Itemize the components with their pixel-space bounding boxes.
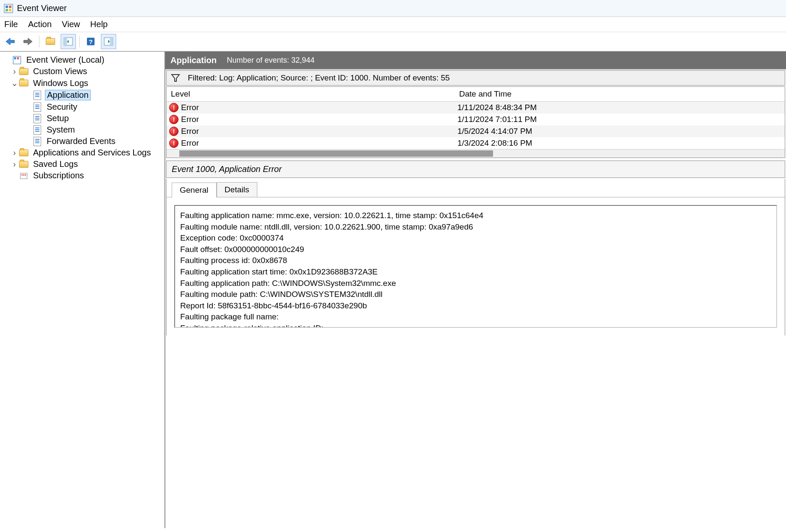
error-icon: ! [169, 139, 178, 148]
log-icon [32, 137, 42, 146]
detail-line: Faulting package full name: [180, 311, 771, 323]
tree-label: Windows Logs [31, 78, 90, 88]
log-icon [32, 103, 42, 111]
svg-rect-17 [17, 57, 19, 59]
menu-help[interactable]: Help [90, 19, 108, 29]
svg-rect-2 [9, 6, 11, 8]
tree-setup[interactable]: Setup [2, 113, 163, 124]
up-folder-button[interactable] [43, 34, 58, 49]
menu-view[interactable]: View [62, 19, 80, 29]
event-row[interactable]: !Error 1/3/2024 2:08:16 PM [167, 137, 785, 149]
expander-icon[interactable]: › [10, 148, 19, 158]
scroll-thumb[interactable] [179, 150, 493, 157]
filter-icon [171, 74, 180, 82]
detail-tabs: General Details [167, 179, 785, 197]
tree-label: Applications and Services Logs [31, 148, 153, 158]
date-text: 1/11/2024 7:01:11 PM [457, 115, 782, 124]
detail-line: Faulting application path: C:\WINDOWS\Sy… [180, 278, 771, 289]
col-date-header[interactable]: Date and Time [459, 89, 780, 99]
horizontal-scrollbar[interactable] [167, 149, 785, 158]
subscriptions-icon [19, 172, 29, 180]
show-tree-button[interactable] [61, 34, 76, 49]
filter-bar: Filtered: Log: Application; Source: ; Ev… [166, 70, 785, 86]
col-level-header[interactable]: Level [171, 89, 459, 99]
filter-text: Filtered: Log: Application; Source: ; Ev… [188, 73, 450, 83]
expander-icon[interactable]: › [10, 159, 19, 169]
svg-text:?: ? [89, 38, 92, 45]
level-text: Error [181, 103, 199, 112]
svg-rect-1 [6, 6, 8, 8]
tree-saved-logs[interactable]: › Saved Logs [2, 158, 163, 170]
svg-point-21 [25, 174, 26, 175]
back-button[interactable] [3, 34, 18, 49]
eventviewer-icon [12, 56, 22, 64]
tree-windows-logs[interactable]: ⌄ Windows Logs [2, 77, 163, 89]
content-pane: Application Number of events: 32,944 Fil… [165, 52, 786, 528]
tree-label: Subscriptions [31, 171, 86, 180]
error-icon: ! [169, 127, 178, 136]
detail-tabs-wrap: General Details Faulting application nam… [166, 179, 785, 335]
tab-general[interactable]: General [172, 183, 217, 197]
svg-rect-13 [110, 38, 113, 45]
error-icon: ! [169, 103, 178, 112]
detail-line: Faulting application start time: 0x0x1D9… [180, 266, 771, 278]
tree-forwarded[interactable]: Forwarded Events [2, 136, 163, 147]
tree-label: Saved Logs [31, 159, 80, 169]
help-button[interactable]: ? [83, 34, 98, 49]
tree-label: Application [45, 90, 91, 100]
folder-icon [19, 67, 29, 76]
tree-label: System [45, 125, 77, 135]
tree-security[interactable]: Security [2, 101, 163, 113]
menu-file[interactable]: File [4, 19, 18, 29]
content-header: Application Number of events: 32,944 [165, 52, 786, 69]
date-text: 1/5/2024 4:14:07 PM [457, 127, 782, 136]
level-text: Error [181, 127, 199, 136]
folder-icon [19, 149, 29, 157]
tree-root[interactable]: Event Viewer (Local) [2, 54, 163, 66]
toolbar-separator [39, 36, 39, 47]
log-icon [32, 126, 42, 134]
app-icon [3, 3, 14, 14]
event-detail-text[interactable]: Faulting application name: mmc.exe, vers… [174, 205, 777, 328]
detail-line: Faulting process id: 0x0x8678 [180, 255, 771, 266]
tree-label: Custom Views [31, 66, 89, 76]
nav-tree[interactable]: Event Viewer (Local) › Custom Views ⌄ Wi… [0, 52, 165, 528]
log-icon [32, 114, 42, 123]
svg-marker-5 [6, 38, 14, 45]
toolbar: ? [0, 32, 786, 51]
svg-rect-4 [9, 9, 11, 11]
event-row[interactable]: !Error 1/11/2024 8:48:34 PM [167, 102, 785, 114]
tree-label: Forwarded Events [45, 136, 117, 146]
forward-button[interactable] [20, 34, 36, 49]
tree-apps-services-logs[interactable]: › Applications and Services Logs [2, 147, 163, 158]
show-actions-button[interactable] [101, 34, 116, 49]
svg-point-19 [22, 174, 23, 175]
expander-icon[interactable]: › [10, 66, 19, 76]
main-split: Event Viewer (Local) › Custom Views ⌄ Wi… [0, 51, 786, 528]
tab-details[interactable]: Details [217, 182, 257, 197]
expander-icon[interactable]: ⌄ [10, 78, 19, 88]
detail-line: Faulting module path: C:\WINDOWS\SYSTEM3… [180, 289, 771, 300]
svg-point-20 [23, 174, 25, 175]
svg-marker-22 [172, 75, 179, 81]
tree-subscriptions[interactable]: Subscriptions [2, 170, 163, 181]
tree-system[interactable]: System [2, 124, 163, 136]
content-title: Application [170, 55, 217, 65]
event-row[interactable]: !Error 1/11/2024 7:01:11 PM [167, 114, 785, 125]
event-row[interactable]: !Error 1/5/2024 4:14:07 PM [167, 125, 785, 137]
grid-header: Level Date and Time [167, 87, 785, 102]
menubar: File Action View Help [0, 17, 786, 32]
tree-application[interactable]: Application [2, 89, 163, 101]
titlebar: Event Viewer [0, 0, 786, 17]
tab-general-content: Faulting application name: mmc.exe, vers… [167, 197, 785, 335]
tree-custom-views[interactable]: › Custom Views [2, 66, 163, 77]
grid-body: !Error 1/11/2024 8:48:34 PM !Error 1/11/… [167, 102, 785, 149]
log-icon [32, 91, 42, 100]
svg-rect-3 [6, 9, 8, 11]
svg-rect-16 [14, 57, 16, 59]
toolbar-separator [79, 36, 80, 47]
error-icon: ! [169, 115, 178, 124]
menu-action[interactable]: Action [28, 19, 52, 29]
detail-line: Exception code: 0xc0000374 [180, 233, 771, 244]
detail-line: Faulting package-relative application ID… [180, 323, 771, 328]
